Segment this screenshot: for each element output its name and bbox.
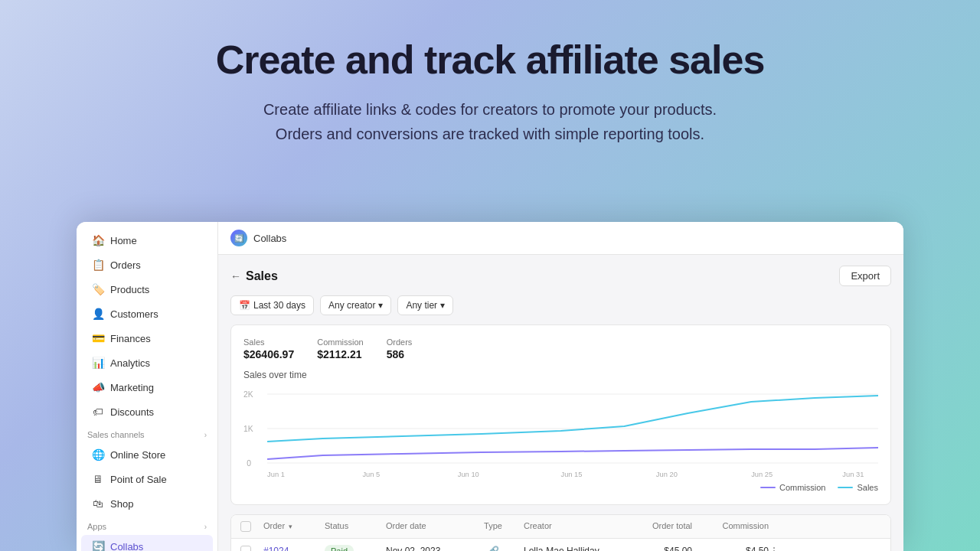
commission-line-indicator (760, 487, 776, 488)
filter-row: 📅 Last 30 days Any creator ▾ Any tier ▾ (230, 295, 891, 315)
creator-filter-chevron: ▾ (378, 300, 383, 311)
home-icon: 🏠 (92, 234, 104, 246)
page-title: Sales (246, 269, 278, 283)
chart-container: 2K 1K 0 Jun 1 Jun 5 Jun 10 Jun 15 Jun 20… (243, 386, 878, 478)
status-badge: Paid (325, 545, 354, 551)
sidebar-item-discounts[interactable]: 🏷 Discounts (81, 400, 213, 423)
svg-text:Jun 20: Jun 20 (656, 471, 678, 478)
online-store-icon: 🌐 (92, 448, 104, 461)
row-order-date: Nov 02, 2023 (386, 546, 462, 551)
shop-icon: 🛍 (92, 497, 104, 510)
stat-orders: Orders 586 (387, 337, 413, 360)
hero-section: Create and track affiliate sales Create … (0, 0, 980, 169)
page-header: ← Sales Export (230, 266, 891, 286)
sidebar-item-point-of-sale[interactable]: 🖥 Point of Sale (81, 468, 213, 491)
svg-text:Jun 10: Jun 10 (458, 471, 479, 478)
select-all-checkbox[interactable] (240, 521, 251, 532)
svg-text:Jun 5: Jun 5 (362, 471, 380, 478)
row-status: Paid (325, 545, 386, 551)
row-order-number[interactable]: #1024 (263, 546, 325, 551)
sidebar-item-home[interactable]: 🏠 Home (81, 229, 213, 252)
chart-legend: Commission Sales (243, 483, 878, 492)
row-type: 🔗 (462, 546, 524, 551)
header-status: Status (325, 521, 386, 532)
main-content: 🔄 Collabs ← Sales Export 📅 Last 30 days (218, 222, 903, 551)
header-commission: Commission (692, 521, 769, 532)
svg-text:Jun 15: Jun 15 (561, 471, 583, 478)
apps-chevron[interactable]: › (204, 523, 207, 531)
header-type: Type (462, 521, 524, 532)
svg-text:1K: 1K (243, 425, 253, 433)
row-menu-icon[interactable]: ⋮ (769, 545, 779, 551)
page-back[interactable]: ← Sales (230, 269, 278, 283)
legend-sales: Sales (838, 483, 878, 492)
header-checkbox-col (240, 521, 263, 532)
collabs-nav-icon: 🔄 (92, 540, 104, 551)
header-actions-col (769, 521, 792, 532)
sales-channels-section: Sales channels › (77, 424, 217, 442)
creator-filter[interactable]: Any creator ▾ (320, 295, 391, 315)
sidebar: 🏠 Home 📋 Orders 🏷️ Products 👤 Customers … (77, 222, 218, 551)
chart-svg: 2K 1K 0 Jun 1 Jun 5 Jun 10 Jun 15 Jun 20… (243, 386, 878, 478)
collabs-app-icon: 🔄 (230, 230, 247, 246)
sidebar-item-online-store[interactable]: 🌐 Online Store (81, 443, 213, 466)
sales-line-indicator (838, 487, 853, 488)
table-header: Order ▾ Status Order date Type Creator O… (231, 515, 890, 539)
svg-text:Jun 31: Jun 31 (842, 471, 864, 478)
stat-sales: Sales $26406.97 (243, 337, 294, 360)
svg-text:0: 0 (247, 459, 251, 468)
hero-subtitle: Create affiliate links & codes for creat… (15, 97, 965, 146)
hero-title: Create and track affiliate sales (15, 38, 965, 82)
tier-filter-chevron: ▾ (440, 300, 445, 311)
row-checkbox[interactable] (240, 546, 251, 551)
sidebar-item-shop[interactable]: 🛍 Shop (81, 492, 213, 515)
row-commission: $4.50 (692, 546, 769, 551)
stats-row: Sales $26406.97 Commission $2112.21 Orde… (243, 337, 878, 360)
svg-text:2K: 2K (243, 390, 253, 399)
products-icon: 🏷️ (92, 283, 104, 295)
chart-card: Sales $26406.97 Commission $2112.21 Orde… (230, 324, 891, 505)
header-order-total: Order total (616, 521, 692, 532)
apps-section: Apps › (77, 516, 217, 534)
chart-title: Sales over time (243, 370, 878, 380)
row-creator: Lella-Mae Halliday (524, 546, 616, 551)
svg-text:Jun 25: Jun 25 (751, 471, 773, 478)
sidebar-item-orders[interactable]: 📋 Orders (81, 253, 213, 276)
app-window: 🏠 Home 📋 Orders 🏷️ Products 👤 Customers … (77, 222, 903, 551)
customers-icon: 👤 (92, 308, 104, 320)
page-area: ← Sales Export 📅 Last 30 days Any creato… (218, 255, 903, 551)
header-creator: Creator (524, 521, 616, 532)
marketing-icon: 📣 (92, 381, 104, 393)
topbar: 🔄 Collabs (218, 222, 903, 255)
row-checkbox-col (240, 546, 263, 551)
sidebar-item-finances[interactable]: 💳 Finances (81, 327, 213, 350)
pos-icon: 🖥 (92, 473, 104, 485)
link-icon: 🔗 (488, 546, 499, 551)
export-button[interactable]: Export (839, 266, 891, 286)
sidebar-item-marketing[interactable]: 📣 Marketing (81, 376, 213, 399)
sidebar-item-collabs[interactable]: 🔄 Collabs (81, 535, 213, 551)
sidebar-item-customers[interactable]: 👤 Customers (81, 302, 213, 325)
calendar-icon: 📅 (239, 300, 250, 311)
discounts-icon: 🏷 (92, 406, 104, 418)
tier-filter[interactable]: Any tier ▾ (397, 295, 453, 315)
back-arrow-icon: ← (230, 270, 241, 282)
finances-icon: 💳 (92, 332, 104, 344)
stat-commission: Commission $2112.21 (317, 337, 364, 360)
row-actions[interactable]: ⋮ (769, 545, 792, 551)
date-range-filter[interactable]: 📅 Last 30 days (230, 295, 314, 315)
row-order-total: $45.00 (616, 546, 692, 551)
svg-text:Jun 1: Jun 1 (267, 471, 285, 478)
order-sort-icon[interactable]: ▾ (289, 523, 292, 530)
sales-channels-chevron[interactable]: › (204, 431, 207, 439)
table-row: #1024 Paid Nov 02, 2023 🔗 Lella-Mae Hall… (231, 539, 890, 551)
orders-icon: 📋 (92, 259, 104, 271)
legend-commission: Commission (760, 483, 826, 492)
header-order: Order ▾ (263, 521, 325, 532)
topbar-app-name: Collabs (253, 233, 286, 244)
sidebar-item-analytics[interactable]: 📊 Analytics (81, 351, 213, 374)
header-order-date: Order date (386, 521, 462, 532)
sidebar-item-products[interactable]: 🏷️ Products (81, 278, 213, 301)
analytics-icon: 📊 (92, 357, 104, 369)
orders-table: Order ▾ Status Order date Type Creator O… (230, 514, 891, 551)
